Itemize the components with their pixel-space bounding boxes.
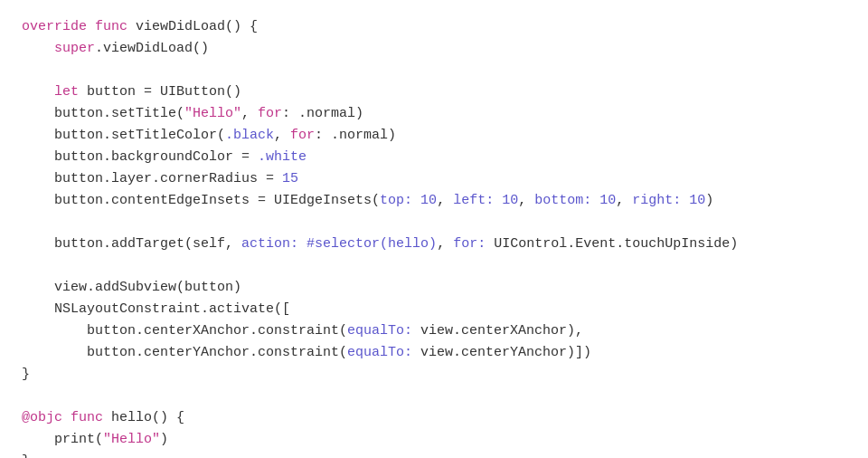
- code-token: "Hello": [184, 106, 241, 121]
- code-line: NSLayoutConstraint.activate([: [22, 299, 846, 320]
- code-token: 10: [420, 193, 437, 208]
- code-token: : .normal): [282, 106, 363, 121]
- code-token: [22, 236, 54, 252]
- code-token: .black: [225, 128, 274, 143]
- code-token: [22, 432, 54, 447]
- code-token: button.setTitleColor(: [54, 128, 225, 143]
- code-token: .white: [258, 149, 307, 165]
- code-token: override: [22, 19, 87, 34]
- code-token: .viewDidLoad(): [95, 41, 209, 56]
- code-token: for: [258, 106, 282, 121]
- code-token: [22, 301, 54, 317]
- code-token: button.addTarget(self,: [54, 236, 241, 252]
- code-token: [22, 171, 54, 186]
- code-token: [412, 193, 420, 208]
- code-line: super.viewDidLoad(): [22, 38, 846, 60]
- code-token: view.addSubview(button): [54, 280, 241, 295]
- code-token: ): [160, 432, 168, 447]
- code-token: [22, 193, 54, 208]
- code-token: ,: [437, 236, 453, 252]
- code-token: action:: [241, 236, 298, 252]
- code-token: [22, 345, 87, 360]
- code-token: [22, 149, 54, 165]
- code-token: }: [22, 453, 30, 458]
- code-line: button.setTitleColor(.black, for: .norma…: [22, 125, 846, 147]
- code-token: button.layer.cornerRadius =: [54, 171, 282, 186]
- code-line: }: [22, 364, 846, 386]
- code-token: equalTo:: [347, 345, 412, 360]
- code-token: button.centerYAnchor.constraint(: [87, 345, 347, 360]
- code-line: button.addTarget(self, action: #selector…: [22, 234, 846, 255]
- code-token: bottom:: [534, 193, 591, 208]
- code-line: button.contentEdgeInsets = UIEdgeInsets(…: [22, 190, 846, 212]
- code-token: [591, 193, 599, 208]
- code-token: hello() {: [103, 410, 184, 425]
- code-token: [22, 84, 54, 100]
- code-line: let button = UIButton(): [22, 81, 846, 103]
- code-line: view.addSubview(button): [22, 277, 846, 299]
- code-token: ): [705, 193, 713, 208]
- code-token: [494, 193, 502, 208]
- code-line: [22, 386, 846, 407]
- code-token: #selector(hello): [307, 236, 437, 252]
- code-line: @objc func hello() {: [22, 407, 846, 429]
- code-token: [22, 106, 54, 121]
- code-line: button.setTitle("Hello", for: .normal): [22, 103, 846, 125]
- code-token: super: [54, 41, 95, 56]
- code-token: [87, 19, 95, 34]
- code-token: ,: [616, 193, 632, 208]
- code-line: [22, 255, 846, 277]
- code-token: view.centerYAnchor)]): [412, 345, 591, 360]
- code-token: [681, 193, 689, 208]
- code-line: button.layer.cornerRadius = 15: [22, 168, 846, 190]
- code-token: button.contentEdgeInsets = UIEdgeInsets(: [54, 193, 380, 208]
- code-token: ,: [518, 193, 534, 208]
- code-line: button.centerXAnchor.constraint(equalTo:…: [22, 320, 846, 342]
- code-token: button = UIButton(): [79, 84, 241, 100]
- code-token: 15: [282, 171, 298, 186]
- code-token: equalTo:: [347, 323, 412, 339]
- code-token: print(: [54, 432, 103, 447]
- code-token: viewDidLoad() {: [127, 19, 258, 34]
- code-token: @objc: [22, 410, 62, 425]
- code-token: [22, 41, 54, 56]
- code-line: button.centerYAnchor.constraint(equalTo:…: [22, 342, 846, 364]
- code-token: [22, 323, 87, 339]
- code-line: override func viewDidLoad() {: [22, 16, 846, 38]
- code-token: }: [22, 367, 30, 382]
- code-token: 10: [599, 193, 616, 208]
- code-line: [22, 60, 846, 81]
- code-line: print("Hello"): [22, 429, 846, 451]
- code-token: for:: [453, 236, 486, 252]
- code-token: ,: [437, 193, 453, 208]
- code-token: func: [71, 410, 103, 425]
- code-token: 10: [502, 193, 518, 208]
- code-token: : .normal): [315, 128, 396, 143]
- code-token: ,: [241, 106, 258, 121]
- code-token: top:: [380, 193, 412, 208]
- code-line: button.backgroundColor = .white: [22, 147, 846, 168]
- code-token: right:: [632, 193, 681, 208]
- code-token: left:: [453, 193, 494, 208]
- code-token: [298, 236, 307, 252]
- code-token: [22, 280, 54, 295]
- code-line: [22, 212, 846, 234]
- code-token: button.centerXAnchor.constraint(: [87, 323, 347, 339]
- code-token: [22, 128, 54, 143]
- code-token: let: [54, 84, 79, 100]
- code-token: 10: [689, 193, 705, 208]
- code-token: NSLayoutConstraint.activate([: [54, 301, 290, 317]
- code-token: "Hello": [103, 432, 160, 447]
- code-token: button.setTitle(: [54, 106, 184, 121]
- code-token: [62, 410, 71, 425]
- code-token: UIControl.Event.touchUpInside): [486, 236, 738, 252]
- code-line: }: [22, 451, 846, 458]
- code-token: button.backgroundColor =: [54, 149, 258, 165]
- code-token: func: [95, 19, 127, 34]
- code-token: ,: [274, 128, 290, 143]
- code-token: for: [290, 128, 315, 143]
- code-token: view.centerXAnchor),: [412, 323, 583, 339]
- code-editor: override func viewDidLoad() { super.view…: [22, 16, 846, 458]
